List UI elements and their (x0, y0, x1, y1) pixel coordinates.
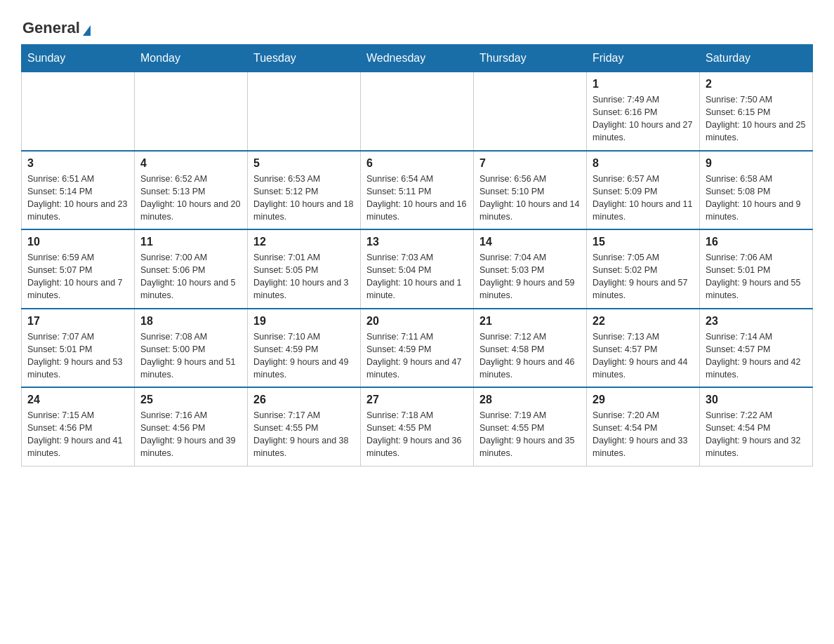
day-number: 5 (253, 157, 355, 170)
calendar-cell: 15Sunrise: 7:05 AM Sunset: 5:02 PM Dayli… (587, 229, 700, 309)
col-header-monday: Monday (135, 45, 248, 72)
calendar-cell: 8Sunrise: 6:57 AM Sunset: 5:09 PM Daylig… (587, 151, 700, 230)
calendar-cell: 23Sunrise: 7:14 AM Sunset: 4:57 PM Dayli… (700, 309, 813, 388)
day-number: 30 (706, 394, 807, 406)
day-number: 14 (479, 236, 581, 248)
day-info: Sunrise: 7:04 AM Sunset: 5:03 PM Dayligh… (479, 251, 581, 302)
day-info: Sunrise: 7:14 AM Sunset: 4:57 PM Dayligh… (706, 330, 807, 382)
calendar-table: SundayMondayTuesdayWednesdayThursdayFrid… (21, 44, 813, 467)
day-info: Sunrise: 7:11 AM Sunset: 4:59 PM Dayligh… (366, 330, 468, 382)
day-info: Sunrise: 6:56 AM Sunset: 5:10 PM Dayligh… (479, 173, 581, 224)
calendar-cell: 1Sunrise: 7:49 AM Sunset: 6:16 PM Daylig… (587, 72, 700, 151)
day-number: 10 (27, 236, 128, 248)
day-info: Sunrise: 6:51 AM Sunset: 5:14 PM Dayligh… (27, 173, 128, 224)
calendar-cell: 12Sunrise: 7:01 AM Sunset: 5:05 PM Dayli… (248, 229, 361, 309)
calendar-cell: 20Sunrise: 7:11 AM Sunset: 4:59 PM Dayli… (361, 309, 474, 388)
day-number: 24 (27, 394, 128, 406)
calendar-cell (135, 72, 248, 151)
calendar-cell (22, 72, 135, 151)
calendar-cell: 22Sunrise: 7:13 AM Sunset: 4:57 PM Dayli… (587, 309, 700, 388)
day-number: 8 (593, 157, 694, 170)
col-header-friday: Friday (587, 45, 700, 72)
day-number: 16 (706, 236, 807, 248)
day-info: Sunrise: 6:59 AM Sunset: 5:07 PM Dayligh… (27, 251, 128, 302)
day-number: 13 (366, 236, 468, 248)
calendar-cell: 21Sunrise: 7:12 AM Sunset: 4:58 PM Dayli… (474, 309, 587, 388)
calendar-cell: 18Sunrise: 7:08 AM Sunset: 5:00 PM Dayli… (135, 309, 248, 388)
day-info: Sunrise: 7:08 AM Sunset: 5:00 PM Dayligh… (140, 330, 241, 382)
calendar-cell: 11Sunrise: 7:00 AM Sunset: 5:06 PM Dayli… (135, 229, 248, 309)
day-number: 12 (253, 236, 355, 248)
day-number: 23 (706, 315, 807, 328)
day-number: 27 (366, 394, 468, 406)
calendar-cell: 27Sunrise: 7:18 AM Sunset: 4:55 PM Dayli… (361, 387, 474, 466)
calendar-cell (248, 72, 361, 151)
day-info: Sunrise: 7:13 AM Sunset: 4:57 PM Dayligh… (593, 330, 694, 382)
calendar-cell: 24Sunrise: 7:15 AM Sunset: 4:56 PM Dayli… (22, 387, 135, 466)
calendar-week-row: 24Sunrise: 7:15 AM Sunset: 4:56 PM Dayli… (22, 387, 813, 466)
calendar-week-row: 1Sunrise: 7:49 AM Sunset: 6:16 PM Daylig… (22, 72, 813, 151)
page-header: General (21, 14, 813, 37)
day-number: 11 (140, 236, 241, 248)
day-info: Sunrise: 7:01 AM Sunset: 5:05 PM Dayligh… (253, 251, 355, 302)
day-info: Sunrise: 7:12 AM Sunset: 4:58 PM Dayligh… (479, 330, 581, 382)
day-info: Sunrise: 7:10 AM Sunset: 4:59 PM Dayligh… (253, 330, 355, 382)
day-number: 18 (140, 315, 241, 328)
calendar-cell (474, 72, 587, 151)
calendar-cell: 30Sunrise: 7:22 AM Sunset: 4:54 PM Dayli… (700, 387, 813, 466)
calendar-cell: 14Sunrise: 7:04 AM Sunset: 5:03 PM Dayli… (474, 229, 587, 309)
day-number: 17 (27, 315, 128, 328)
day-info: Sunrise: 7:00 AM Sunset: 5:06 PM Dayligh… (140, 251, 241, 302)
day-info: Sunrise: 7:15 AM Sunset: 4:56 PM Dayligh… (27, 409, 128, 460)
day-number: 26 (253, 394, 355, 406)
col-header-wednesday: Wednesday (361, 45, 474, 72)
day-number: 21 (479, 315, 581, 328)
day-info: Sunrise: 7:50 AM Sunset: 6:15 PM Dayligh… (706, 93, 807, 145)
calendar-week-row: 3Sunrise: 6:51 AM Sunset: 5:14 PM Daylig… (22, 151, 813, 230)
day-info: Sunrise: 7:20 AM Sunset: 4:54 PM Dayligh… (593, 409, 694, 460)
calendar-cell: 9Sunrise: 6:58 AM Sunset: 5:08 PM Daylig… (700, 151, 813, 230)
day-info: Sunrise: 7:05 AM Sunset: 5:02 PM Dayligh… (593, 251, 694, 302)
day-number: 20 (366, 315, 468, 328)
col-header-sunday: Sunday (22, 45, 135, 72)
calendar-week-row: 17Sunrise: 7:07 AM Sunset: 5:01 PM Dayli… (22, 309, 813, 388)
col-header-saturday: Saturday (700, 45, 813, 72)
calendar-cell: 28Sunrise: 7:19 AM Sunset: 4:55 PM Dayli… (474, 387, 587, 466)
day-number: 9 (706, 157, 807, 170)
calendar-cell: 26Sunrise: 7:17 AM Sunset: 4:55 PM Dayli… (248, 387, 361, 466)
day-info: Sunrise: 7:49 AM Sunset: 6:16 PM Dayligh… (593, 93, 694, 145)
col-header-tuesday: Tuesday (248, 45, 361, 72)
calendar-week-row: 10Sunrise: 6:59 AM Sunset: 5:07 PM Dayli… (22, 229, 813, 309)
col-header-thursday: Thursday (474, 45, 587, 72)
day-info: Sunrise: 7:03 AM Sunset: 5:04 PM Dayligh… (366, 251, 468, 302)
day-number: 4 (140, 157, 241, 170)
calendar-cell: 7Sunrise: 6:56 AM Sunset: 5:10 PM Daylig… (474, 151, 587, 230)
logo: General (21, 14, 92, 37)
calendar-cell: 25Sunrise: 7:16 AM Sunset: 4:56 PM Dayli… (135, 387, 248, 466)
day-number: 3 (27, 157, 128, 170)
day-info: Sunrise: 6:58 AM Sunset: 5:08 PM Dayligh… (706, 173, 807, 224)
calendar-cell: 16Sunrise: 7:06 AM Sunset: 5:01 PM Dayli… (700, 229, 813, 309)
day-info: Sunrise: 6:57 AM Sunset: 5:09 PM Dayligh… (593, 173, 694, 224)
day-info: Sunrise: 7:18 AM Sunset: 4:55 PM Dayligh… (366, 409, 468, 460)
calendar-cell: 10Sunrise: 6:59 AM Sunset: 5:07 PM Dayli… (22, 229, 135, 309)
calendar-cell: 4Sunrise: 6:52 AM Sunset: 5:13 PM Daylig… (135, 151, 248, 230)
day-info: Sunrise: 6:54 AM Sunset: 5:11 PM Dayligh… (366, 173, 468, 224)
day-info: Sunrise: 7:17 AM Sunset: 4:55 PM Dayligh… (253, 409, 355, 460)
day-number: 29 (593, 394, 694, 406)
day-number: 7 (479, 157, 581, 170)
calendar-cell: 5Sunrise: 6:53 AM Sunset: 5:12 PM Daylig… (248, 151, 361, 230)
calendar-header-row: SundayMondayTuesdayWednesdayThursdayFrid… (22, 45, 813, 72)
logo-general-text2: General (22, 19, 80, 37)
logo-triangle-icon (83, 25, 91, 36)
day-info: Sunrise: 7:22 AM Sunset: 4:54 PM Dayligh… (706, 409, 807, 460)
day-number: 22 (593, 315, 694, 328)
day-number: 28 (479, 394, 581, 406)
calendar-cell: 6Sunrise: 6:54 AM Sunset: 5:11 PM Daylig… (361, 151, 474, 230)
day-number: 15 (593, 236, 694, 248)
day-info: Sunrise: 6:53 AM Sunset: 5:12 PM Dayligh… (253, 173, 355, 224)
calendar-cell: 3Sunrise: 6:51 AM Sunset: 5:14 PM Daylig… (22, 151, 135, 230)
day-info: Sunrise: 6:52 AM Sunset: 5:13 PM Dayligh… (140, 173, 241, 224)
calendar-cell: 29Sunrise: 7:20 AM Sunset: 4:54 PM Dayli… (587, 387, 700, 466)
calendar-cell: 2Sunrise: 7:50 AM Sunset: 6:15 PM Daylig… (700, 72, 813, 151)
